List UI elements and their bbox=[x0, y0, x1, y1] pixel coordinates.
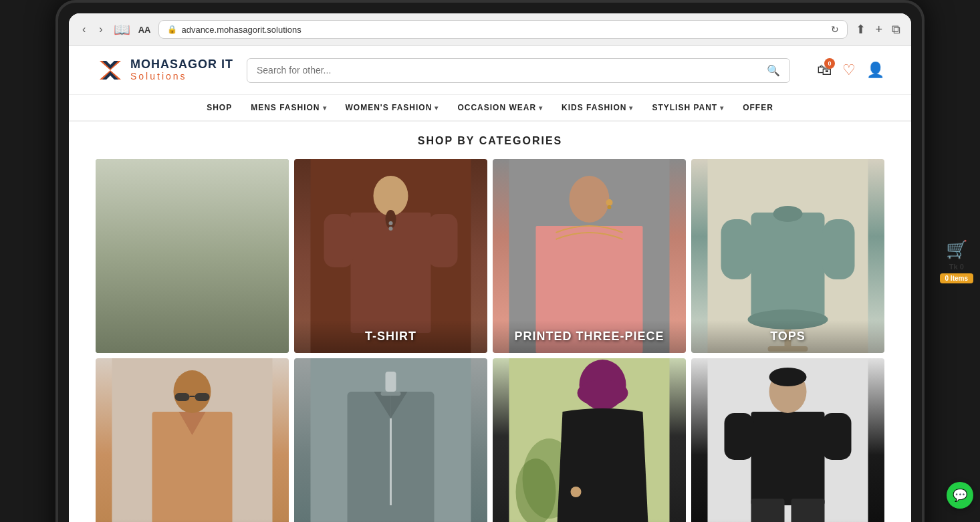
nav-item-occasion-wear[interactable]: OCCASION WEAR ▾ bbox=[457, 103, 543, 112]
category-card-boys-clothing[interactable]: BOYS CLOTHING bbox=[691, 358, 884, 522]
category-label-tops: TOPS bbox=[691, 320, 884, 353]
category-card-shirt[interactable]: SHIRT bbox=[96, 159, 289, 353]
svg-rect-53 bbox=[751, 412, 825, 505]
search-button[interactable]: 🔍 bbox=[767, 64, 780, 77]
category-card-printed-three-piece[interactable]: PRINTED THREE-PIECE bbox=[493, 159, 686, 353]
bookmarks-icon: 📖 bbox=[114, 21, 130, 37]
nav-item-mens-fashion[interactable]: MENS FASHION ▾ bbox=[251, 103, 326, 112]
svg-rect-54 bbox=[725, 413, 754, 460]
cart-badge: 0 bbox=[824, 58, 835, 69]
category-card-tshirt[interactable]: T-SHIRT bbox=[294, 159, 487, 353]
nav-item-womens-fashion[interactable]: WOMEN'S FASHION ▾ bbox=[346, 103, 439, 112]
category-card-tops[interactable]: TOPS bbox=[691, 159, 884, 353]
svg-point-22 bbox=[608, 205, 612, 209]
svg-rect-14 bbox=[428, 214, 458, 267]
svg-point-20 bbox=[570, 176, 610, 223]
nav-item-stylish-pant[interactable]: STYLISH PANT ▾ bbox=[652, 103, 724, 112]
nav-item-offer[interactable]: OFFER bbox=[743, 103, 773, 112]
category-label-borka-fashion: BORKA FASHION bbox=[493, 519, 686, 522]
text-size-label: AA bbox=[138, 25, 151, 35]
back-button[interactable]: ‹ bbox=[80, 21, 88, 38]
category-label-boys-clothing: BOYS CLOTHING bbox=[691, 519, 884, 522]
category-label-shirt: SHIRT bbox=[96, 320, 289, 353]
url-text: advance.mohasagorit.solutions bbox=[181, 25, 827, 35]
chevron-down-icon: ▾ bbox=[539, 104, 543, 112]
svg-point-21 bbox=[606, 199, 613, 206]
add-tab-button[interactable]: + bbox=[875, 23, 882, 37]
svg-rect-3 bbox=[112, 159, 273, 353]
user-account-button[interactable]: 👤 bbox=[866, 61, 884, 79]
svg-rect-4 bbox=[149, 213, 236, 333]
address-bar[interactable]: 🔒 advance.mohasagorit.solutions ↻ bbox=[158, 20, 848, 39]
svg-rect-35 bbox=[175, 393, 190, 401]
site-header: MOHASAGOR IT Solutions 🔍 🛍 0 ♡ 👤 bbox=[69, 46, 911, 95]
svg-rect-8 bbox=[126, 216, 152, 283]
chevron-down-icon: ▾ bbox=[629, 104, 633, 112]
header-icons: 🛍 0 ♡ 👤 bbox=[817, 61, 884, 79]
svg-point-51 bbox=[571, 487, 582, 497]
browser-chrome: ‹ › 📖 AA 🔒 advance.mohasagorit.solutions… bbox=[69, 13, 911, 46]
svg-rect-55 bbox=[822, 413, 852, 460]
site-navigation: SHOP MENS FASHION ▾ WOMEN'S FASHION ▾ OC… bbox=[69, 95, 911, 122]
logo-area: MOHASAGOR IT Solutions bbox=[96, 55, 233, 85]
category-label-tshirt: T-SHIRT bbox=[294, 320, 487, 353]
svg-rect-13 bbox=[324, 214, 354, 267]
chevron-down-icon: ▾ bbox=[720, 104, 724, 112]
device-frame: ‹ › 📖 AA 🔒 advance.mohasagorit.solutions… bbox=[55, 0, 925, 522]
svg-rect-26 bbox=[751, 213, 825, 319]
svg-point-59 bbox=[769, 368, 807, 386]
category-card-winter-fashion[interactable]: WINTER FASHION bbox=[294, 358, 487, 522]
nav-item-kids-fashion[interactable]: KIDS FASHION ▾ bbox=[562, 103, 633, 112]
nav-item-shop[interactable]: SHOP bbox=[207, 103, 232, 112]
svg-point-16 bbox=[389, 221, 393, 225]
category-card-borka-fashion[interactable]: BORKA FASHION bbox=[493, 358, 686, 522]
svg-point-50 bbox=[578, 380, 628, 406]
category-label-summer-fashion: SUMMER FASHION bbox=[96, 519, 289, 522]
category-card-summer-fashion[interactable]: SUMMER FASHION bbox=[96, 358, 289, 522]
logo-text: MOHASAGOR IT Solutions bbox=[130, 58, 233, 82]
category-label-printed-three-piece: PRINTED THREE-PIECE bbox=[493, 320, 686, 353]
category-grid: SHIRT bbox=[96, 159, 884, 522]
chevron-down-icon: ▾ bbox=[323, 104, 327, 112]
logo-bottom-text: Solutions bbox=[130, 72, 233, 82]
svg-rect-56 bbox=[751, 499, 785, 522]
svg-marker-0 bbox=[100, 61, 121, 80]
svg-marker-6 bbox=[179, 213, 206, 233]
svg-rect-43 bbox=[381, 392, 401, 396]
logo-icon bbox=[96, 55, 125, 85]
svg-rect-36 bbox=[195, 393, 210, 401]
wishlist-button[interactable]: ♡ bbox=[842, 61, 856, 79]
tabs-button[interactable]: ⧉ bbox=[892, 23, 900, 37]
cart-wrapper: 🛍 0 bbox=[817, 61, 832, 79]
svg-point-28 bbox=[773, 206, 803, 222]
site-content: MOHASAGOR IT Solutions 🔍 🛍 0 ♡ 👤 bbox=[69, 46, 911, 522]
search-bar[interactable]: 🔍 bbox=[247, 58, 790, 83]
svg-rect-5 bbox=[152, 213, 233, 233]
browser-window: ‹ › 📖 AA 🔒 advance.mohasagorit.solutions… bbox=[69, 13, 911, 522]
svg-point-34 bbox=[174, 370, 211, 413]
svg-point-15 bbox=[386, 210, 396, 229]
category-label-winter-fashion: WINTER FASHION bbox=[294, 519, 487, 522]
svg-rect-57 bbox=[791, 499, 825, 522]
forward-button[interactable]: › bbox=[96, 21, 105, 38]
svg-rect-29 bbox=[721, 219, 753, 279]
svg-rect-30 bbox=[823, 219, 855, 279]
browser-actions: ⬆ + ⧉ bbox=[856, 22, 900, 37]
search-input[interactable] bbox=[257, 65, 761, 76]
svg-rect-9 bbox=[233, 216, 259, 283]
logo-top-text: MOHASAGOR IT bbox=[130, 58, 233, 72]
main-content: SHOP BY CATEGORIES bbox=[69, 122, 911, 522]
reload-button[interactable]: ↻ bbox=[831, 24, 839, 35]
svg-point-7 bbox=[174, 174, 211, 217]
chevron-down-icon: ▾ bbox=[435, 104, 439, 112]
section-title: SHOP BY CATEGORIES bbox=[96, 135, 884, 147]
svg-point-17 bbox=[389, 227, 393, 231]
lock-icon: 🔒 bbox=[167, 25, 177, 34]
svg-rect-39 bbox=[386, 372, 396, 392]
share-button[interactable]: ⬆ bbox=[856, 22, 866, 37]
